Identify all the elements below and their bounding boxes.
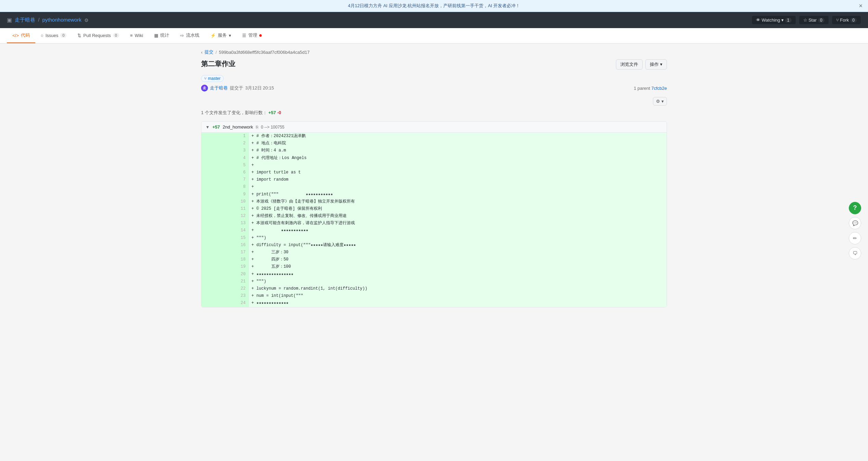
repo-settings-icon[interactable]: ⚙ — [84, 17, 89, 23]
star-button[interactable]: ☆ Star 0 — [799, 15, 829, 25]
commit-actions: 浏览文件 操作 ▾ — [616, 59, 667, 70]
tab-stats[interactable]: ▦ 统计 — [149, 28, 175, 43]
comment-icon: 💬 — [852, 220, 858, 226]
file-filename: 2nd_homework — [223, 124, 253, 130]
manage-icon: ☰ — [242, 33, 246, 38]
line-content: + ★★★★★★★★★★★ — [249, 227, 667, 234]
help-button[interactable]: ? — [849, 202, 861, 214]
line-number: 7 — [201, 176, 249, 183]
tab-stats-label: 统计 — [160, 32, 169, 38]
stats-row: 1 个文件发生了变化，影响行数： +57 -0 — [201, 110, 667, 116]
tab-manage[interactable]: ☰ 管理 — [237, 28, 267, 43]
line-number: 18 — [201, 256, 249, 263]
comment-button[interactable]: 💬 — [849, 217, 861, 229]
browse-files-button[interactable]: 浏览文件 — [616, 59, 643, 70]
edit-button[interactable]: ✏ — [849, 232, 861, 244]
tab-pipeline[interactable]: ⇨ 流水线 — [175, 28, 205, 43]
branch-tag[interactable]: ⑂ master — [201, 75, 224, 82]
table-row: 3+ # 时间：4 a.m — [201, 147, 667, 154]
repo-name-link[interactable]: pythonhomework — [42, 17, 82, 23]
banner-text: 4月12日模力方舟 AI 应用沙龙·杭州站报名开放，产研前线第一手干货，AI 开… — [348, 3, 520, 8]
header: ▣ 走于暗巷 / pythonhomework ⚙ 👁 Watching ▾ 1… — [0, 12, 868, 28]
pulls-badge: 0 — [113, 33, 119, 38]
tab-wiki[interactable]: ≡ Wiki — [125, 29, 149, 43]
nav-bar: </> 代码 ○ Issues 0 ⇅ Pull Requests 0 ≡ Wi… — [0, 28, 868, 44]
tab-issues[interactable]: ○ Issues 0 — [35, 29, 72, 43]
table-row: 14+ ★★★★★★★★★★★ — [201, 227, 667, 234]
fork-label: ⑂ Fork — [836, 17, 849, 23]
line-content: + 本游戏《猜数字》由【走于暗巷】独立开发并版权所有 — [249, 198, 667, 205]
line-number: 5 — [201, 162, 249, 169]
removed-count: -0 — [277, 110, 281, 115]
line-content: + 五岁：100 — [249, 263, 667, 270]
tab-pipeline-label: 流水线 — [186, 32, 199, 38]
line-number: 15 — [201, 234, 249, 242]
tab-code-label: 代码 — [21, 32, 30, 38]
line-content: + # 地点：电科院 — [249, 140, 667, 147]
line-number: 22 — [201, 285, 249, 292]
line-content: + — [249, 162, 667, 169]
tab-code[interactable]: </> 代码 — [7, 28, 35, 43]
actions-button[interactable]: 操作 ▾ — [645, 59, 667, 70]
line-number: 4 — [201, 155, 249, 162]
line-content: + © 2025 [走于暗巷] 保留所有权利 — [249, 205, 667, 213]
file-diff-header: ▼ +57 2nd_homework ⎘ 0 --> 100755 — [201, 122, 667, 133]
commit-meta: ⑂ master — [201, 75, 667, 82]
chat-button[interactable]: 🗨 — [849, 247, 861, 259]
diff-settings-button[interactable]: ⚙ ▾ — [653, 97, 667, 106]
services-icon: ⚡ — [210, 33, 216, 38]
fork-button[interactable]: ⑂ Fork 0 — [832, 15, 861, 25]
services-dropdown-icon: ▾ — [229, 33, 231, 38]
banner-close-button[interactable]: × — [859, 2, 863, 10]
table-row: 11+ © 2025 [走于暗巷] 保留所有权利 — [201, 205, 667, 213]
parent-info: 1 parent 7cfcb2e — [634, 86, 667, 91]
avatar: 走 — [201, 85, 208, 92]
breadcrumb: ‹ 提交 / 599ba0a3fd668eff5fc36aaf7cf006b4a… — [201, 49, 667, 55]
issues-icon: ○ — [41, 33, 44, 38]
table-row: 17+ 三岁：30 — [201, 249, 667, 256]
stats-icon: ▦ — [154, 33, 158, 38]
gear-icon: ⚙ — [656, 99, 660, 104]
settings-row: ⚙ ▾ — [201, 97, 667, 106]
diff-toggle-button[interactable]: ▼ — [206, 125, 210, 130]
table-row: 4+ # 代理地址：Los Angels — [201, 155, 667, 162]
breadcrumb-hash: 599ba0a3fd668eff5fc36aaf7cf006b4a4ca5d17 — [219, 50, 310, 55]
line-number: 10 — [201, 198, 249, 205]
table-row: 15+ """) — [201, 234, 667, 242]
watching-button[interactable]: 👁 Watching ▾ 1 — [752, 15, 796, 25]
tab-services[interactable]: ⚡ 服务 ▾ — [205, 28, 237, 43]
table-row: 16+ difficulty = input("""★★★★★请输入难度★★★★… — [201, 242, 667, 249]
line-content: + # 作者：20242321汤泽鹏 — [249, 133, 667, 140]
line-number: 9 — [201, 191, 249, 198]
repo-icon: ▣ — [7, 17, 12, 23]
line-number: 20 — [201, 271, 249, 278]
issues-badge: 0 — [60, 33, 66, 38]
line-content: + 四岁：50 — [249, 256, 667, 263]
tab-services-label: 服务 — [218, 32, 227, 38]
branch-name: master — [208, 76, 221, 81]
table-row: 7+ import random — [201, 176, 667, 183]
pulls-icon: ⇅ — [77, 33, 81, 38]
watching-count: 1 — [785, 18, 792, 23]
table-row: 22+ luckynum = random.randint(1, int(dif… — [201, 285, 667, 292]
line-content: + """) — [249, 278, 667, 285]
parent-hash-link[interactable]: 7cfcb2e — [651, 86, 667, 91]
line-content: + num = int(input(""" — [249, 292, 667, 300]
commit-author-row: 走 走于暗巷 提交于 3月12日 20:15 1 parent 7cfcb2e — [201, 85, 667, 92]
repo-full-name: 走于暗巷 / pythonhomework — [15, 17, 82, 23]
file-diff: ▼ +57 2nd_homework ⎘ 0 --> 100755 1+ # 作… — [201, 121, 667, 307]
edit-icon: ✏ — [853, 235, 857, 241]
tab-pulls[interactable]: ⇅ Pull Requests 0 — [72, 29, 124, 43]
copy-filename-button[interactable]: ⎘ — [256, 125, 258, 130]
tab-pulls-label: Pull Requests — [83, 33, 111, 38]
stats-text: 1 个文件发生了变化，影响行数： — [201, 110, 267, 115]
breadcrumb-commits-link[interactable]: 提交 — [204, 49, 213, 55]
line-number: 19 — [201, 263, 249, 270]
line-number: 17 — [201, 249, 249, 256]
repo-owner-link[interactable]: 走于暗巷 — [15, 17, 35, 23]
line-content: + ★★★★★★★★★★★★★ — [249, 300, 667, 307]
author-info: 走 走于暗巷 提交于 3月12日 20:15 — [201, 85, 274, 92]
author-name-link[interactable]: 走于暗巷 — [210, 85, 228, 91]
line-number: 3 — [201, 147, 249, 154]
breadcrumb-icon: ‹ — [201, 50, 202, 55]
